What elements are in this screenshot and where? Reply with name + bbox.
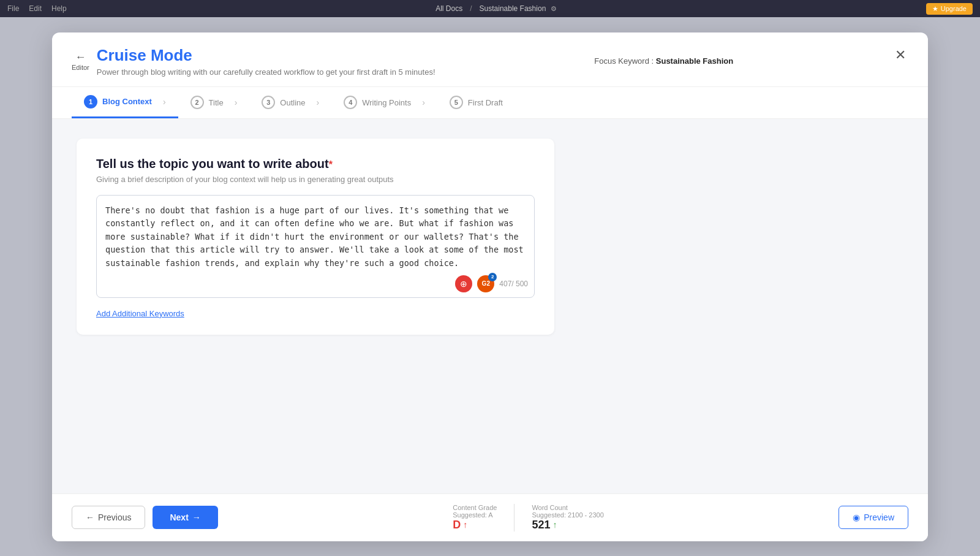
required-star: *	[329, 159, 333, 170]
upgrade-icon: ★	[932, 5, 938, 13]
menu-bar: File Edit Help	[7, 4, 67, 13]
step-label-1: Blog Context	[102, 97, 152, 106]
preview-button[interactable]: ◉ Preview	[839, 506, 908, 529]
g2-icon[interactable]: G2 2	[477, 275, 494, 292]
step-label-2: Title	[209, 98, 224, 107]
word-count-label: Word Count	[532, 504, 568, 511]
cruise-mode-modal: ← Editor Cruise Mode Power through blog …	[52, 32, 928, 541]
step-label-4: Writing Points	[362, 98, 411, 107]
top-bar-right: ★ Upgrade	[926, 3, 973, 15]
step-first-draft[interactable]: 5 First Draft	[437, 87, 515, 118]
step-num-4: 4	[344, 96, 357, 109]
g2-badge: 2	[488, 273, 497, 281]
breadcrumb: All Docs / Sustainable Fashion ⚙	[435, 4, 557, 13]
preview-icon: ◉	[853, 512, 860, 522]
modal-title-text: Cruise Mode Power through blog writing w…	[97, 46, 435, 77]
close-button[interactable]: ✕	[892, 46, 908, 64]
step-blog-context[interactable]: 1 Blog Context ›	[72, 87, 178, 118]
footer-stats: Content Grade Suggested: A D ↑ Word Coun…	[435, 504, 621, 531]
focus-keyword-block: Focus Keyword : Sustainable Fashion	[594, 56, 733, 66]
steps-bar: 1 Blog Context › 2 Title › 3 Outline › 4…	[52, 87, 928, 119]
word-count-block: Word Count Suggested: 2100 - 2300 521 ↑	[514, 504, 620, 531]
step-outline[interactable]: 3 Outline ›	[249, 87, 331, 118]
breadcrumb-all-docs[interactable]: All Docs	[435, 4, 462, 13]
prev-arrow-icon: ←	[86, 512, 94, 522]
modal-body: Tell us the topic you want to write abou…	[52, 119, 928, 493]
focus-keyword-label: Focus Keyword :	[594, 56, 654, 66]
content-grade-block: Content Grade Suggested: A D ↑	[435, 504, 514, 531]
step-chevron-2: ›	[235, 97, 238, 107]
content-grade-value: D ↑	[453, 519, 467, 531]
content-grade-suggested: Suggested: A	[453, 511, 492, 519]
next-arrow-icon: →	[192, 512, 201, 522]
modal-subtitle: Power through blog writing with our care…	[97, 67, 435, 77]
textarea-footer: ⊕ G2 2 407/ 500	[97, 272, 534, 297]
preview-label: Preview	[864, 512, 894, 522]
word-count-value: 521 ↑	[532, 519, 557, 531]
grade-letter: D	[453, 519, 461, 531]
content-grade-label: Content Grade	[453, 504, 497, 511]
footer-nav: ← Previous Next →	[72, 506, 218, 529]
modal-title: Cruise Mode	[97, 46, 435, 65]
char-count: 407/ 500	[499, 280, 528, 288]
previous-button[interactable]: ← Previous	[72, 506, 145, 529]
word-count-suggested: Suggested: 2100 - 2300	[532, 511, 603, 519]
breadcrumb-separator: /	[470, 4, 472, 13]
step-num-3: 3	[262, 96, 275, 109]
modal-header: ← Editor Cruise Mode Power through blog …	[52, 32, 928, 87]
step-title[interactable]: 2 Title ›	[178, 87, 250, 118]
back-button[interactable]: ← Editor	[72, 51, 89, 71]
step-writing-points[interactable]: 4 Writing Points ›	[331, 87, 437, 118]
breadcrumb-current: Sustainable Fashion	[480, 4, 546, 13]
section-desc: Giving a brief description of your blog …	[96, 175, 535, 184]
next-label: Next	[170, 512, 188, 522]
menu-help[interactable]: Help	[51, 4, 67, 13]
step-num-2: 2	[190, 96, 204, 109]
menu-edit[interactable]: Edit	[29, 4, 42, 13]
section-title-text: Tell us the topic you want to write abou…	[96, 157, 329, 170]
next-button[interactable]: Next →	[153, 506, 217, 529]
back-label: Editor	[72, 64, 89, 71]
modal-overlay: ← Editor Cruise Mode Power through blog …	[0, 17, 980, 556]
back-arrow-icon: ←	[75, 51, 86, 63]
step-chevron-3: ›	[317, 97, 320, 107]
textarea-container: ⊕ G2 2 407/ 500	[96, 195, 535, 298]
word-count-number: 521	[532, 519, 550, 531]
upgrade-button[interactable]: ★ Upgrade	[926, 3, 973, 15]
modal-footer: ← Previous Next → Content Grade Suggeste…	[52, 493, 928, 541]
step-num-5: 5	[450, 96, 463, 109]
modal-title-block: ← Editor Cruise Mode Power through blog …	[72, 46, 435, 77]
blog-context-card: Tell us the topic you want to write abou…	[77, 139, 554, 335]
step-chevron-4: ›	[422, 97, 425, 107]
focus-keyword-value: Sustainable Fashion	[656, 56, 733, 66]
upgrade-label: Upgrade	[941, 5, 967, 12]
top-bar: File Edit Help All Docs / Sustainable Fa…	[0, 0, 980, 17]
blog-context-textarea[interactable]	[97, 196, 534, 269]
step-label-3: Outline	[280, 98, 305, 107]
breadcrumb-icon: ⚙	[551, 5, 557, 13]
section-title: Tell us the topic you want to write abou…	[96, 157, 535, 171]
prev-label: Previous	[98, 512, 131, 522]
step-num-1: 1	[84, 95, 97, 109]
menu-file[interactable]: File	[7, 4, 19, 13]
target-icon[interactable]: ⊕	[455, 275, 472, 292]
grade-arrow: ↑	[463, 520, 467, 530]
step-label-5: First Draft	[468, 98, 503, 107]
add-keywords-link[interactable]: Add Additional Keywords	[96, 309, 184, 318]
word-count-arrow: ↑	[552, 520, 557, 530]
step-chevron-1: ›	[163, 97, 166, 107]
